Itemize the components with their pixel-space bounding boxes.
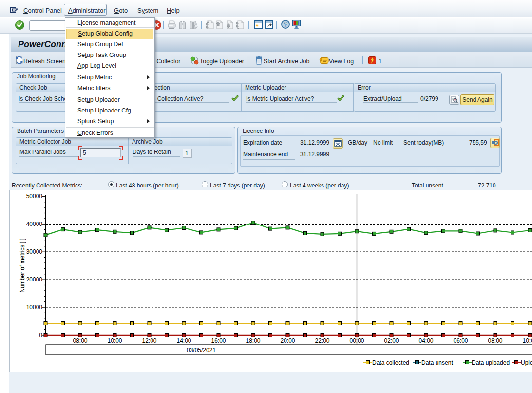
svg-text:18:00: 18:00 [246,337,260,344]
svg-text:04:00: 04:00 [418,337,433,344]
svg-text:00:00: 00:00 [349,337,364,344]
svg-text:12:00: 12:00 [142,337,156,344]
svg-text:Data uploaded: Data uploaded [472,359,510,366]
svg-text:?: ? [284,21,287,28]
svg-text:10:00: 10:00 [522,337,532,344]
svg-text:16:00: 16:00 [211,337,226,344]
svg-text:40000: 40000 [26,221,43,227]
svg-text:02:00: 02:00 [384,337,399,344]
svg-text:22:00: 22:00 [315,337,329,344]
svg-text:10000: 10000 [26,304,43,311]
svg-text:08:00: 08:00 [73,337,87,344]
svg-text:06:00: 06:00 [453,337,468,344]
svg-text:Number of metrics [ ]: Number of metrics [ ] [19,238,26,292]
svg-text:Data collected: Data collected [372,359,409,366]
svg-text:0: 0 [39,332,42,338]
svg-text:20000: 20000 [26,276,43,283]
svg-text:30000: 30000 [26,248,43,255]
svg-text:20:00: 20:00 [280,337,295,344]
svg-text:10:00: 10:00 [107,337,122,344]
svg-text:50000: 50000 [26,193,43,200]
svg-text:Upload errors: Upload errors [521,359,532,366]
svg-text:03/05/2021: 03/05/2021 [187,347,216,354]
svg-text:Data unsent: Data unsent [421,359,453,366]
svg-text:08:00: 08:00 [488,337,502,344]
svg-text:14:00: 14:00 [176,337,191,344]
